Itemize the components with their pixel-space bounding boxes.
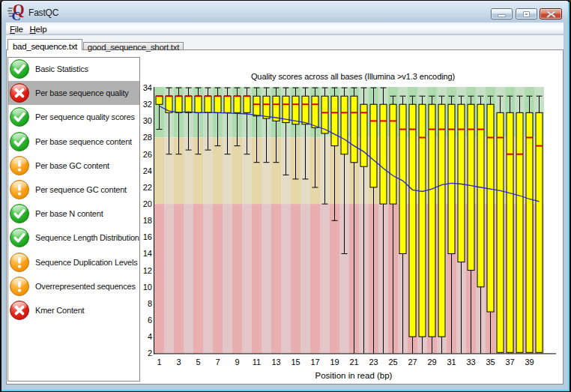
svg-text:8: 8 xyxy=(148,299,152,308)
svg-text:14: 14 xyxy=(143,249,152,258)
svg-text:26: 26 xyxy=(143,150,152,159)
svg-text:22: 22 xyxy=(143,183,152,192)
svg-text:27: 27 xyxy=(408,358,417,367)
svg-text:17: 17 xyxy=(310,358,319,367)
svg-text:15: 15 xyxy=(291,358,300,367)
svg-text:10: 10 xyxy=(143,283,152,292)
svg-text:33: 33 xyxy=(466,358,475,367)
svg-text:24: 24 xyxy=(143,166,152,175)
svg-text:6: 6 xyxy=(148,316,152,325)
svg-text:32: 32 xyxy=(143,100,152,109)
svg-text:19: 19 xyxy=(330,358,339,367)
svg-text:9: 9 xyxy=(235,358,239,367)
svg-text:21: 21 xyxy=(349,358,358,367)
svg-text:12: 12 xyxy=(143,266,152,275)
svg-text:30: 30 xyxy=(143,116,152,125)
svg-text:7: 7 xyxy=(215,358,220,367)
svg-text:31: 31 xyxy=(447,358,456,367)
svg-text:2: 2 xyxy=(148,349,152,358)
svg-text:39: 39 xyxy=(525,358,534,367)
svg-text:11: 11 xyxy=(253,358,261,367)
svg-text:28: 28 xyxy=(143,133,152,142)
svg-text:29: 29 xyxy=(427,358,436,367)
svg-text:18: 18 xyxy=(143,216,152,225)
svg-text:3: 3 xyxy=(176,358,181,367)
svg-text:25: 25 xyxy=(388,358,397,367)
svg-text:C: C xyxy=(12,9,21,22)
svg-text:1: 1 xyxy=(157,358,161,367)
svg-text:35: 35 xyxy=(486,358,495,367)
svg-text:16: 16 xyxy=(143,232,152,241)
svg-text:13: 13 xyxy=(271,358,280,367)
svg-text:37: 37 xyxy=(505,358,514,367)
svg-text:Quality scores across all base: Quality scores across all bases (Illumin… xyxy=(251,72,455,81)
svg-text:4: 4 xyxy=(148,332,152,341)
svg-text:23: 23 xyxy=(369,358,378,367)
svg-text:34: 34 xyxy=(143,83,152,92)
svg-text:20: 20 xyxy=(143,199,152,208)
svg-text:5: 5 xyxy=(196,358,200,367)
svg-text:Position in read (bp): Position in read (bp) xyxy=(315,371,393,380)
